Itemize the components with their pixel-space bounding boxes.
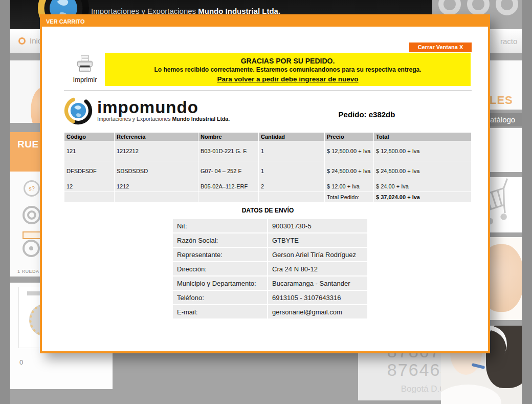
- table-row: 12 1212 B05-02A–112-ERF 2 $ 12.00 + Iva …: [64, 181, 471, 192]
- ship-value: Cra 24 N 80-12: [268, 262, 367, 275]
- ship-label: Nit:: [173, 219, 267, 232]
- target-icon: [23, 206, 41, 224]
- table-row: 121 1212212 B03-01D-221 G. F. 1 $ 12,500…: [64, 141, 471, 161]
- shipping-info-table: Nit: 900301730-5 Razón Social: GTBYTE Re…: [172, 218, 368, 320]
- divider: [64, 91, 472, 91]
- cell-nombre: G07- 04 – 252 F: [198, 161, 258, 181]
- social-icon-2[interactable]: [467, 0, 490, 15]
- nav-item-fragment[interactable]: racto: [500, 37, 517, 46]
- ship-value: 6913105 - 3107643316: [268, 291, 367, 304]
- caster-wheel-icon: [23, 240, 40, 257]
- cell-referencia: 1212212: [115, 141, 198, 161]
- print-button[interactable]: Imprimir: [66, 55, 103, 83]
- ship-label: Representante:: [173, 248, 267, 261]
- order-items-table: Código Referencia Nombre Cantidad Precio…: [64, 132, 472, 203]
- shipping-row: Razón Social: GTBYTE: [173, 233, 367, 247]
- shipping-section-title: DATOS DE ENVÍO: [64, 207, 472, 214]
- heading-fragment: LES: [490, 94, 513, 107]
- ship-label: Teléfono:: [173, 291, 267, 304]
- ship-label: Razón Social:: [173, 233, 267, 247]
- col-referencia: Referencia: [115, 133, 198, 141]
- notice-text: Lo hemos recibido correctamente. Estarem…: [105, 66, 471, 74]
- shipping-row: E-mail: gersonariel@gmail.com: [173, 305, 367, 318]
- ship-value: Gerson Ariel Tiría Rodríguez: [268, 248, 367, 261]
- ship-value: GTBYTE: [268, 233, 367, 247]
- notice-title: GRACIAS POR SU PEDIDO.: [105, 56, 471, 66]
- cell-nombre: B03-01D-221 G. F.: [198, 141, 258, 161]
- agent-shoulder-shape: [441, 385, 501, 404]
- ship-value: gersonariel@gmail.com: [268, 305, 367, 318]
- col-total: Total: [374, 133, 471, 141]
- ship-label: E-mail:: [173, 305, 267, 318]
- cell-cantidad: 1: [259, 161, 324, 181]
- cell-precio: $ 12.00 + Iva: [325, 181, 373, 192]
- cell-precio: $ 12,500.00 + Iva: [325, 141, 373, 161]
- col-precio: Precio: [325, 133, 373, 141]
- badge-text: s?: [29, 185, 35, 192]
- globe-logo-icon: [64, 96, 93, 125]
- table-total-row: Total Pedido: $ 37,024.00 + Iva: [64, 192, 471, 202]
- cell-total: $ 24.00 + Iva: [374, 181, 471, 192]
- shipping-row: Nit: 900301730-5: [173, 219, 367, 232]
- category-label-fragment: RUE: [17, 139, 39, 150]
- catalog-link-fragment: atálogo: [490, 115, 515, 124]
- social-icon-3[interactable]: [496, 0, 518, 15]
- cell-codigo: DFSDFSDF: [64, 161, 114, 181]
- order-again-link[interactable]: Para volver a pedir debe ingresar de nue…: [105, 74, 471, 84]
- logo-wordmark: impomundo: [97, 100, 230, 115]
- col-codigo: Código: [64, 133, 114, 141]
- price-zero-label: 0: [19, 358, 23, 366]
- order-confirmation-notice: GRACIAS POR SU PEDIDO. Lo hemos recibido…: [105, 53, 471, 86]
- cell-total: $ 12,500.00 + Iva: [374, 141, 471, 161]
- modal-titlebar: VER CARRITO: [42, 16, 488, 27]
- weight-plate-icon: [23, 231, 42, 239]
- total-label: Total Pedido:: [325, 192, 373, 202]
- printer-icon: [75, 55, 95, 73]
- empty-cell: [64, 192, 114, 202]
- cell-precio: $ 24,500.00 + Iva: [325, 161, 373, 181]
- badge-icon: s?: [24, 180, 40, 197]
- cart-modal: VER CARRITO Cerrar Ventana X Imprimir GR…: [40, 14, 490, 353]
- cell-referencia: SDSDSDSD: [115, 161, 198, 181]
- cell-codigo: 121: [64, 141, 114, 161]
- social-icon-1[interactable]: [438, 0, 461, 15]
- cell-total: $ 24,500.00 + Iva: [374, 161, 471, 181]
- cell-cantidad: 2: [259, 181, 324, 192]
- col-cantidad: Cantidad: [259, 133, 324, 141]
- shipping-row: Dirección: Cra 24 N 80-12: [173, 262, 367, 275]
- logo-tagline: Importaciones y Exportaciones Mundo Indu…: [97, 116, 230, 122]
- empty-cell: [115, 192, 198, 202]
- ship-value: 900301730-5: [268, 219, 367, 232]
- print-label: Imprimir: [66, 76, 103, 83]
- order-number-label: Pedido: e382db: [298, 110, 436, 119]
- col-nombre: Nombre: [198, 133, 258, 141]
- shipping-row: Teléfono: 6913105 - 3107643316: [173, 291, 367, 304]
- shipping-row: Representante: Gerson Ariel Tiría Rodríg…: [173, 248, 367, 261]
- ship-label: Municipio y Departamento:: [173, 277, 267, 290]
- impomundo-logo: impomundo Importaciones y Exportaciones …: [64, 96, 230, 125]
- cell-cantidad: 1: [259, 141, 324, 161]
- ship-label: Dirección:: [173, 262, 267, 275]
- modal-title: VER CARRITO: [46, 16, 85, 27]
- table-row: DFSDFSDF SDSDSDSD G07- 04 – 252 F 1 $ 24…: [64, 161, 471, 181]
- close-window-button[interactable]: Cerrar Ventana X: [409, 42, 472, 52]
- shipping-row: Municipio y Departamento: Bucaramanga - …: [173, 277, 367, 290]
- empty-cell: [198, 192, 258, 202]
- ship-value: Bucaramanga - Santander: [268, 277, 367, 290]
- cell-referencia: 1212: [115, 181, 198, 192]
- total-value: $ 37,024.00 + Iva: [374, 192, 471, 202]
- cell-codigo: 12: [64, 181, 114, 192]
- cell-nombre: B05-02A–112-ERF: [198, 181, 258, 192]
- table-header-row: Código Referencia Nombre Cantidad Precio…: [64, 133, 471, 141]
- result-count-fragment: 1 RUEDA: [17, 269, 39, 274]
- empty-cell: [259, 192, 324, 202]
- bullet-icon: [18, 37, 26, 45]
